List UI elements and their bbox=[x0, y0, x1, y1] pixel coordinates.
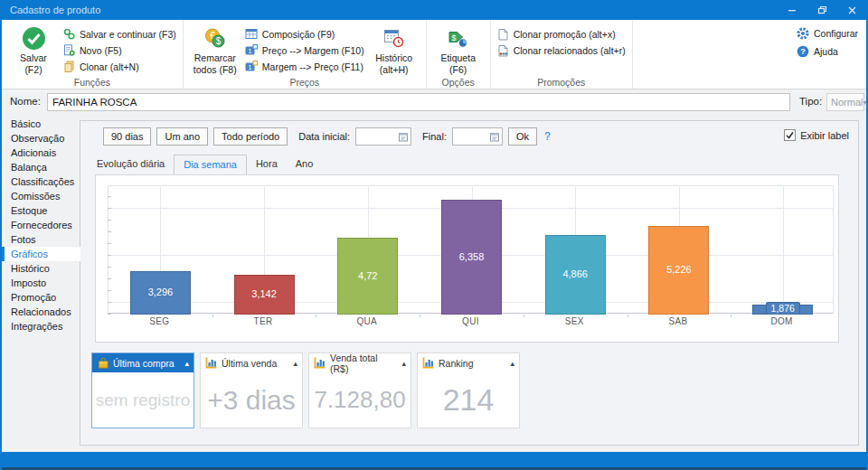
x-axis-label-sab: SAB bbox=[627, 316, 731, 326]
clonar-relacionados-button[interactable]: Clonar relacionados (alt+r) bbox=[497, 43, 626, 57]
90-dias-button[interactable]: 90 dias bbox=[103, 127, 151, 146]
title-bar: Cadastro de produto bbox=[2, 0, 866, 20]
check-circle-icon bbox=[22, 24, 46, 52]
button-label: Composição (F9) bbox=[262, 29, 335, 40]
collapse-arrow-icon[interactable]: ▴ bbox=[293, 359, 297, 368]
composicao-button[interactable]: Composição (F9) bbox=[245, 27, 364, 41]
close-icon bbox=[845, 4, 858, 16]
button-shortcut: todos (F8) bbox=[193, 64, 237, 76]
sidebar-item-comissoes[interactable]: Comissões bbox=[2, 189, 78, 203]
data-inicial-field[interactable] bbox=[356, 129, 397, 146]
configurar-button[interactable]: Configurar bbox=[797, 26, 858, 40]
ribbon: Salvar (F2) Salvar e continuar (F3) Novo… bbox=[2, 20, 866, 89]
button-label: Configurar bbox=[814, 28, 858, 39]
margin-to-price-icon: 1 bbox=[245, 61, 258, 72]
bar-chart-icon bbox=[314, 357, 326, 369]
button-label: Clonar promoção (alt+x) bbox=[514, 29, 616, 40]
preco-margem-button[interactable]: 1 Preço --> Margem (F10) bbox=[245, 43, 364, 57]
ribbon-group-precos: €$ Remarcar todos (F8) Composição (F9) 1… bbox=[184, 20, 427, 89]
card-title: Última compra bbox=[113, 358, 175, 369]
sidebar-item-graficos[interactable]: Gráficos bbox=[2, 247, 80, 261]
sidebar-item-estoque[interactable]: Estoque bbox=[2, 203, 78, 218]
bar-value-label: 3,296 bbox=[130, 287, 191, 297]
ribbon-group-funcoes: Salvar (F2) Salvar e continuar (F3) Novo… bbox=[2, 20, 184, 89]
ok-button[interactable]: Ok bbox=[508, 127, 537, 146]
sidebar-item-promocao[interactable]: Promoção bbox=[2, 290, 78, 305]
sidebar-item-observacao[interactable]: Observação bbox=[2, 131, 78, 146]
group-label-promocoes: Promoções bbox=[491, 77, 632, 88]
card-header-ultima-venda[interactable]: Última venda▴ bbox=[201, 353, 302, 372]
button-shortcut: (F2) bbox=[24, 64, 42, 76]
bar-value-label: 3,142 bbox=[234, 288, 295, 299]
sidebar-item-balanca[interactable]: Balança bbox=[2, 160, 78, 174]
historico-button[interactable]: Histórico (alt+H) bbox=[369, 23, 420, 76]
collapse-arrow-icon[interactable]: ▴ bbox=[184, 359, 189, 368]
shopping-bag-icon bbox=[97, 357, 109, 369]
calendar-icon bbox=[490, 132, 500, 142]
checkbox-label: Exibir label bbox=[800, 130, 849, 141]
svg-text:$: $ bbox=[452, 33, 457, 42]
y-axis-tick bbox=[108, 231, 111, 232]
sidebar-item-basico[interactable]: Básico bbox=[2, 117, 78, 131]
x-axis-label-qua: QUA bbox=[315, 316, 419, 326]
final-input[interactable] bbox=[452, 127, 503, 146]
nome-input[interactable] bbox=[47, 93, 790, 111]
card-header-venda-total-r[interactable]: Venda total (R$)▴ bbox=[309, 353, 410, 372]
tab-evolucao-diaria[interactable]: Evolução diária bbox=[88, 155, 174, 174]
um-ano-button[interactable]: Um ano bbox=[156, 127, 208, 146]
ribbon-group-promocoes: Clonar promoção (alt+x) Clonar relaciona… bbox=[491, 20, 633, 89]
bar-chart-icon bbox=[422, 357, 435, 369]
sidebar-item-imposto[interactable]: Imposto bbox=[2, 276, 78, 290]
etiqueta-button[interactable]: $ Etiqueta (F6) bbox=[433, 23, 484, 76]
y-axis-tick bbox=[108, 196, 111, 197]
restore-button[interactable] bbox=[807, 0, 836, 20]
sidebar-item-historico[interactable]: Histórico bbox=[2, 261, 78, 276]
card-title: Venda total (R$) bbox=[330, 352, 398, 374]
sidebar-item-fotos[interactable]: Fotos bbox=[2, 232, 78, 247]
group-label-precos: Preços bbox=[184, 77, 426, 88]
remarcar-todos-button[interactable]: €$ Remarcar todos (F8) bbox=[190, 23, 241, 76]
tab-hora[interactable]: Hora bbox=[247, 155, 287, 174]
y-axis-tick bbox=[108, 267, 111, 268]
salvar-button[interactable]: Salvar (F2) bbox=[8, 23, 59, 76]
sidebar-item-integracoes[interactable]: Integrações bbox=[2, 319, 78, 334]
y-axis-tick bbox=[108, 208, 111, 209]
sidebar-item-relacionados[interactable]: Relacionados bbox=[2, 305, 78, 319]
clonar-button[interactable]: Clonar (alt+N) bbox=[63, 60, 176, 73]
sidebar-item-classificacoes[interactable]: Classificações bbox=[2, 174, 78, 189]
exibir-label-checkbox[interactable]: Exibir label bbox=[784, 129, 849, 141]
minimize-button[interactable] bbox=[777, 0, 807, 20]
clonar-promocao-button[interactable]: Clonar promoção (alt+x) bbox=[497, 27, 626, 41]
close-button[interactable] bbox=[836, 0, 866, 20]
button-shortcut: (alt+H) bbox=[380, 64, 409, 76]
button-label: Histórico bbox=[375, 52, 412, 64]
help-link[interactable]: ? bbox=[544, 130, 551, 143]
collapse-arrow-icon[interactable]: ▴ bbox=[510, 359, 514, 368]
filter-row: 90 diasUm anoTodo período Data inicial: … bbox=[103, 127, 551, 146]
salvar-continuar-button[interactable]: Salvar e continuar (F3) bbox=[63, 27, 176, 41]
svg-text:?: ? bbox=[800, 47, 806, 56]
sidebar-item-adicionais[interactable]: Adicionais bbox=[2, 146, 78, 160]
bar-chart-icon bbox=[422, 357, 435, 369]
ajuda-button[interactable]: ? Ajuda bbox=[797, 44, 858, 58]
tipo-dropdown[interactable]: Normal ▾ bbox=[826, 93, 864, 111]
final-field[interactable] bbox=[453, 129, 488, 146]
todo-periodo-button[interactable]: Todo período bbox=[213, 127, 288, 146]
graficos-panel: 90 diasUm anoTodo período Data inicial: … bbox=[80, 120, 859, 446]
card-title: Última venda bbox=[222, 358, 277, 369]
restore-icon bbox=[816, 4, 828, 16]
margem-preco-button[interactable]: 1 Margem --> Preço (F11) bbox=[245, 60, 364, 73]
x-axis-label-sex: SEX bbox=[523, 316, 627, 326]
data-inicial-input[interactable] bbox=[355, 127, 411, 146]
novo-button[interactable]: Novo (F5) bbox=[63, 43, 176, 57]
sidebar-item-fornecedores[interactable]: Fornecedores bbox=[2, 218, 78, 232]
tab-dia-semana[interactable]: Dia semana bbox=[174, 155, 247, 174]
y-axis-tick bbox=[108, 278, 111, 279]
price-tag-icon: $ bbox=[448, 24, 467, 52]
tab-ano[interactable]: Ano bbox=[287, 155, 323, 174]
card-value: sem registro bbox=[92, 372, 193, 428]
card-header-ultima-compra[interactable]: Última compra▴ bbox=[92, 353, 193, 372]
checkbox-checked-icon[interactable] bbox=[784, 129, 796, 141]
card-header-ranking[interactable]: Ranking▴ bbox=[418, 353, 519, 372]
collapse-arrow-icon[interactable]: ▴ bbox=[401, 359, 406, 368]
